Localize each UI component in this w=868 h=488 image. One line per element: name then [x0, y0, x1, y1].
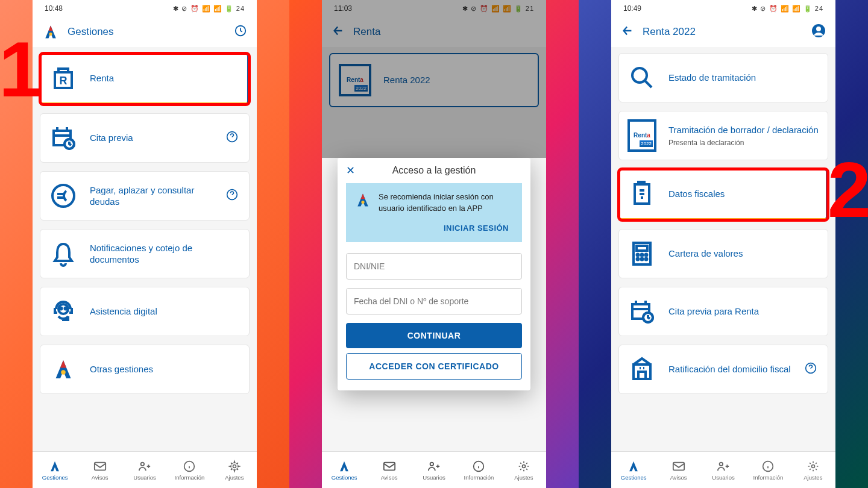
document-data-icon	[627, 180, 656, 208]
card-label: Datos fiscales	[668, 188, 817, 200]
nav-label: Usuarios	[712, 474, 735, 481]
nav-label: Información	[753, 474, 784, 481]
card-cita-previa[interactable]: Cita previa	[40, 113, 250, 163]
nav-gestiones[interactable]: Gestiones	[33, 452, 77, 488]
svg-point-13	[61, 370, 66, 375]
svg-point-31	[646, 254, 647, 256]
history-icon[interactable]	[234, 24, 247, 40]
status-icons: ✱ ⊘ ⏰ 📶 📶 🔋 24	[173, 5, 245, 13]
card-datos-fiscales[interactable]: Datos fiscales	[618, 169, 828, 221]
card-borrador-declaracion[interactable]: Renta2022 Tramitación de borrador / decl…	[618, 111, 828, 160]
card-cita-previa-renta[interactable]: Cita previa para Renta	[618, 287, 828, 336]
svg-point-24	[816, 27, 821, 31]
card-label: Estado de tramitación	[668, 72, 819, 84]
nav-informacion[interactable]: Información	[746, 452, 790, 488]
support-agent-icon	[49, 297, 78, 326]
fecha-dni-input[interactable]: Fecha del DNI o Nº de soporte	[346, 288, 522, 314]
svg-point-29	[637, 254, 639, 256]
svg-point-17	[233, 465, 236, 468]
nav-label: Avisos	[670, 474, 687, 481]
nav-avisos[interactable]: Avisos	[656, 452, 700, 488]
help-icon[interactable]	[226, 189, 241, 203]
svg-point-43	[811, 465, 814, 468]
phone-screen-login: 11:03 ✱ ⊘ ⏰ 📶 📶 🔋 21 Renta Renta2022 Ren…	[322, 0, 546, 488]
status-time: 10:49	[623, 4, 641, 13]
dni-input[interactable]: DNI/NIE	[346, 253, 522, 280]
nav-ajustes[interactable]: Ajustes	[212, 452, 257, 488]
certificate-button[interactable]: ACCEDER CON CERTIFICADO	[346, 353, 522, 380]
card-cartera-valores[interactable]: Cartera de valores	[618, 229, 828, 278]
svg-point-33	[641, 258, 643, 260]
calendar-clock-icon	[49, 124, 78, 152]
bottom-nav: Gestiones Avisos Usuarios Información Aj…	[611, 451, 835, 488]
continue-button[interactable]: CONTINUAR	[346, 323, 522, 348]
svg-point-11	[60, 308, 62, 310]
card-asistencia[interactable]: Asistencia digital	[40, 287, 250, 336]
nav-label: Avisos	[92, 474, 108, 481]
login-link[interactable]: INICIAR SESIÓN	[354, 214, 512, 236]
card-renta[interactable]: R Renta	[40, 53, 250, 105]
status-icons: ✱ ⊘ ⏰ 📶 📶 🔋 24	[752, 5, 823, 13]
svg-point-25	[632, 68, 647, 83]
page-title: Renta 2022	[643, 26, 803, 38]
back-icon[interactable]	[621, 24, 634, 40]
nav-avisos[interactable]: Avisos	[77, 452, 122, 488]
info-icon	[762, 460, 774, 473]
help-icon[interactable]	[805, 362, 819, 377]
status-time: 10:48	[45, 4, 63, 13]
nav-label: Gestiones	[42, 474, 68, 481]
card-label: Cita previa para Renta	[668, 305, 819, 318]
info-text: Se recomienda iniciar sesión con usuario…	[379, 192, 512, 213]
card-label: Ratificación del domicilio fiscal	[668, 363, 793, 375]
calculator-icon	[627, 239, 656, 268]
card-notificaciones[interactable]: Notificaciones y cotejo de documentos	[40, 229, 250, 278]
users-icon	[138, 460, 151, 473]
step-number-1: 1	[0, 24, 42, 114]
svg-point-34	[646, 258, 647, 260]
euro-icon	[49, 181, 78, 210]
page-title: Gestiones	[68, 26, 225, 38]
card-pagar-deudas[interactable]: Pagar, aplazar y consultar deudas	[40, 171, 250, 221]
account-icon[interactable]	[811, 23, 826, 40]
gear-icon	[807, 460, 819, 473]
aeat-logo-icon	[49, 355, 78, 384]
mail-icon	[672, 460, 685, 473]
status-bar: 10:48 ✱ ⊘ ⏰ 📶 📶 🔋 24	[33, 0, 257, 17]
svg-rect-28	[637, 246, 647, 251]
mail-icon	[93, 460, 107, 473]
svg-rect-40	[673, 462, 684, 470]
nav-usuarios[interactable]: Usuarios	[122, 452, 167, 488]
card-label: Renta	[90, 72, 239, 84]
svg-point-41	[720, 462, 723, 466]
gear-icon	[228, 460, 241, 473]
nav-ajustes[interactable]: Ajustes	[791, 452, 835, 488]
info-banner: Se recomienda iniciar sesión con usuario…	[346, 183, 522, 242]
svg-rect-14	[94, 462, 105, 470]
aeat-logo-icon	[627, 460, 640, 473]
search-icon	[627, 63, 656, 92]
step-number-2: 2	[828, 145, 868, 235]
help-icon[interactable]	[226, 131, 241, 145]
card-sublabel: Presenta la declaración	[668, 139, 819, 147]
status-bar: 10:49 ✱ ⊘ ⏰ 📶 📶 🔋 24	[611, 0, 835, 17]
card-ratificacion-domicilio[interactable]: Ratificación del domicilio fiscal	[618, 345, 828, 394]
close-icon[interactable]: ✕	[346, 164, 355, 177]
card-label: Cartera de valores	[668, 248, 819, 260]
modal-title: Acceso a la gestión	[347, 165, 521, 176]
nav-usuarios[interactable]: Usuarios	[701, 452, 746, 488]
card-label: Otras gestiones	[90, 363, 241, 375]
login-modal: ✕ Acceso a la gestión Se recomienda inic…	[338, 158, 530, 390]
card-otras-gestiones[interactable]: Otras gestiones	[40, 345, 250, 394]
nav-label: Ajustes	[804, 474, 822, 481]
nav-informacion[interactable]: Información	[167, 452, 212, 488]
building-icon	[627, 355, 656, 384]
phone-screen-renta-2022: 10:49 ✱ ⊘ ⏰ 📶 📶 🔋 24 Renta 2022 Estado d…	[611, 0, 835, 488]
bell-icon	[49, 239, 78, 268]
card-label: Tramitación de borrador / declaración	[668, 124, 819, 136]
card-label: Asistencia digital	[90, 305, 241, 318]
card-estado-tramitacion[interactable]: Estado de tramitación	[618, 53, 828, 102]
nav-gestiones[interactable]: Gestiones	[611, 452, 656, 488]
nav-label: Gestiones	[621, 474, 647, 481]
bottom-nav: Gestiones Avisos Usuarios Información Aj…	[33, 451, 257, 488]
svg-text:R: R	[60, 75, 68, 87]
